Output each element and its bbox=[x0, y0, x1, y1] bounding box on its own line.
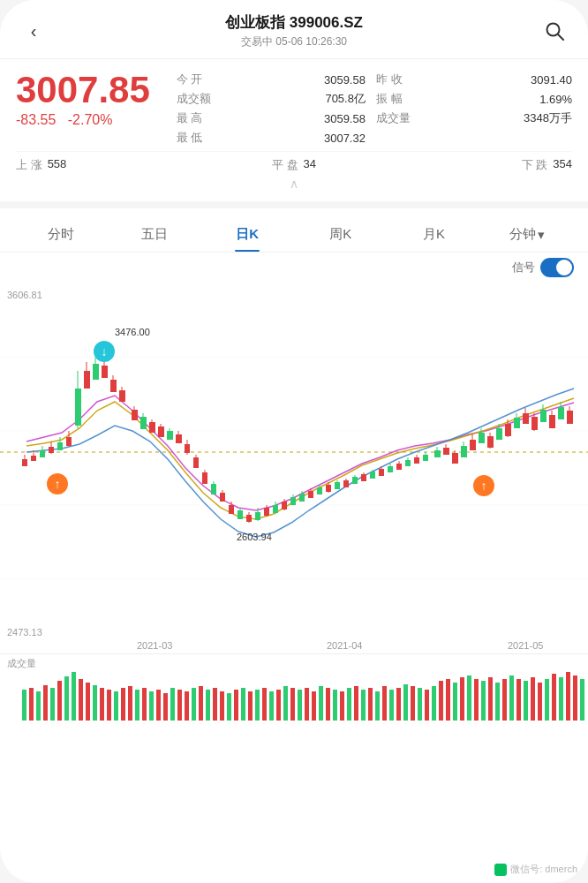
svg-rect-141 bbox=[567, 411, 573, 424]
svg-rect-216 bbox=[509, 675, 514, 721]
watermark: 微信号: dmerch bbox=[494, 863, 577, 876]
svg-rect-71 bbox=[264, 508, 269, 516]
svg-rect-170 bbox=[185, 691, 189, 721]
svg-rect-219 bbox=[531, 677, 535, 721]
svg-text:↑: ↑ bbox=[55, 477, 61, 491]
svg-rect-221 bbox=[545, 679, 549, 721]
back-button[interactable]: ‹ bbox=[18, 15, 49, 47]
svg-rect-208 bbox=[453, 683, 457, 721]
prev-close-value: 3091.40 bbox=[472, 73, 572, 87]
svg-rect-89 bbox=[343, 480, 349, 487]
svg-rect-105 bbox=[414, 457, 419, 464]
svg-rect-129 bbox=[514, 418, 520, 428]
svg-rect-193 bbox=[347, 688, 351, 721]
svg-rect-60 bbox=[220, 493, 225, 502]
svg-rect-73 bbox=[273, 505, 278, 513]
tab-ri-k[interactable]: 日K bbox=[200, 219, 294, 252]
svg-rect-176 bbox=[227, 693, 231, 721]
svg-rect-58 bbox=[211, 484, 216, 494]
search-button[interactable] bbox=[539, 15, 570, 47]
svg-rect-87 bbox=[335, 482, 340, 489]
svg-rect-222 bbox=[552, 674, 556, 721]
svg-rect-85 bbox=[326, 485, 331, 492]
rise-value: 558 bbox=[48, 157, 67, 173]
svg-rect-91 bbox=[352, 477, 358, 484]
wechat-icon bbox=[494, 864, 507, 876]
svg-rect-40 bbox=[132, 410, 138, 420]
svg-rect-27 bbox=[93, 364, 99, 380]
svg-rect-192 bbox=[340, 691, 344, 721]
svg-rect-62 bbox=[229, 505, 234, 514]
open-value: 3059.58 bbox=[273, 73, 366, 87]
svg-rect-188 bbox=[312, 691, 316, 721]
svg-rect-75 bbox=[282, 502, 287, 509]
expand-arrow[interactable]: ∧ bbox=[16, 173, 572, 191]
svg-rect-115 bbox=[461, 446, 467, 457]
signal-row: 信号 bbox=[0, 253, 588, 283]
svg-text:2603.94: 2603.94 bbox=[237, 532, 272, 542]
svg-rect-52 bbox=[185, 444, 190, 453]
svg-rect-101 bbox=[396, 464, 402, 470]
svg-rect-156 bbox=[86, 683, 90, 721]
svg-rect-198 bbox=[382, 686, 387, 721]
svg-rect-15 bbox=[40, 450, 45, 457]
svg-rect-205 bbox=[432, 686, 436, 721]
svg-rect-214 bbox=[495, 683, 500, 721]
svg-rect-123 bbox=[496, 428, 502, 440]
tab-zhou-k[interactable]: 周K bbox=[294, 219, 388, 252]
dropdown-arrow: ▾ bbox=[538, 227, 545, 243]
svg-rect-131 bbox=[523, 413, 529, 424]
svg-rect-152 bbox=[57, 681, 62, 721]
high-label: 最 高 bbox=[177, 110, 262, 126]
svg-rect-165 bbox=[149, 691, 154, 721]
svg-rect-54 bbox=[193, 457, 199, 468]
trading-status: 交易中 05-06 10:26:30 bbox=[49, 34, 539, 49]
tab-fen-shi[interactable]: 分时 bbox=[14, 219, 108, 252]
svg-rect-199 bbox=[389, 690, 394, 721]
amplitude-label: 振 幅 bbox=[376, 91, 462, 107]
chart-section: 分时 五日 日K 周K 月K 分钟▾ 信号 bbox=[0, 208, 588, 733]
svg-rect-147 bbox=[22, 690, 26, 721]
svg-rect-46 bbox=[158, 426, 164, 437]
svg-rect-117 bbox=[470, 440, 476, 450]
svg-rect-29 bbox=[102, 366, 108, 378]
svg-rect-200 bbox=[396, 688, 401, 721]
header: ‹ 创业板指 399006.SZ 交易中 05-06 10:26:30 bbox=[0, 0, 588, 59]
prev-close-label: 昨 收 bbox=[376, 72, 462, 87]
svg-text:2021-05: 2021-05 bbox=[508, 640, 543, 651]
svg-rect-226 bbox=[580, 679, 584, 721]
svg-rect-148 bbox=[29, 688, 34, 721]
flat-value: 34 bbox=[304, 157, 316, 173]
tab-wu-ri[interactable]: 五日 bbox=[108, 219, 201, 252]
svg-rect-196 bbox=[368, 688, 373, 721]
tab-yue-k[interactable]: 月K bbox=[388, 219, 481, 252]
svg-rect-50 bbox=[176, 434, 182, 443]
svg-rect-11 bbox=[22, 459, 27, 466]
svg-rect-113 bbox=[452, 453, 458, 464]
svg-rect-135 bbox=[540, 410, 547, 422]
price-change-pct: -2.70% bbox=[68, 112, 113, 127]
svg-rect-197 bbox=[375, 691, 380, 721]
amplitude-value: 1.69% bbox=[472, 93, 572, 106]
svg-rect-150 bbox=[43, 685, 48, 721]
svg-rect-21 bbox=[66, 437, 72, 446]
signal-toggle[interactable] bbox=[540, 258, 574, 277]
candlestick-chart[interactable]: 3606.81 2473.13 bbox=[0, 283, 588, 653]
svg-rect-186 bbox=[298, 690, 302, 721]
turnover-value: 3348万手 bbox=[472, 110, 572, 126]
svg-rect-167 bbox=[163, 693, 168, 721]
tab-minute[interactable]: 分钟▾ bbox=[480, 219, 574, 252]
svg-rect-169 bbox=[177, 690, 182, 721]
svg-rect-207 bbox=[446, 679, 450, 721]
svg-rect-217 bbox=[516, 679, 521, 721]
svg-rect-171 bbox=[192, 688, 196, 721]
svg-rect-195 bbox=[361, 690, 366, 721]
svg-rect-83 bbox=[317, 487, 322, 494]
svg-rect-95 bbox=[370, 472, 375, 479]
svg-rect-119 bbox=[479, 433, 485, 443]
low-label: 最 低 bbox=[177, 130, 262, 146]
watermark-text: 微信号: dmerch bbox=[510, 863, 577, 876]
svg-rect-174 bbox=[213, 688, 217, 721]
svg-rect-161 bbox=[121, 688, 125, 721]
price-change-value: -83.55 bbox=[16, 112, 56, 127]
